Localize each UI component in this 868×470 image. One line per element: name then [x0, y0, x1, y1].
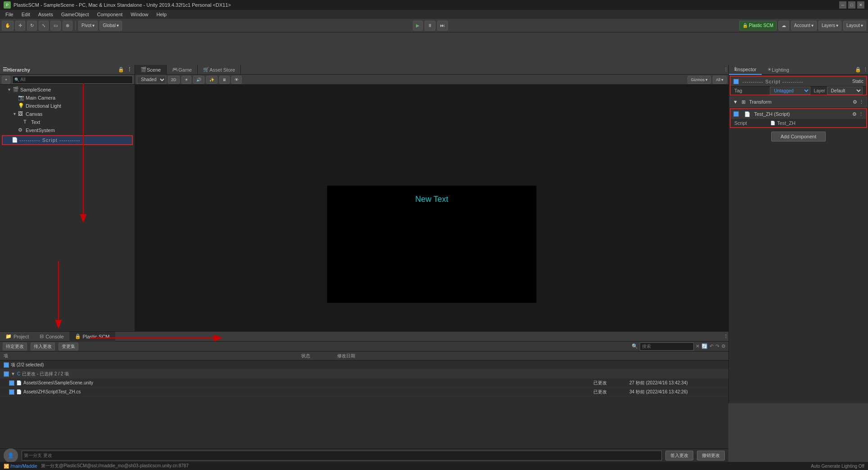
bottom-status-bar: 👤 签入更改 撤销更改 [0, 448, 728, 462]
hierarchy-item-samplescene[interactable]: ▼ 🎬 SampleScene [0, 86, 135, 94]
layers-dropdown[interactable]: Layers▾ [818, 21, 841, 31]
close-button[interactable]: ✕ [857, 1, 864, 9]
audio-toggle[interactable]: 🔊 [193, 76, 204, 84]
inspector-script-section: ---------- Script ---------- Static Tag … [730, 76, 867, 96]
bottom-panel: 📁 Project ⊟ Console 🔒 Plastic SCM ⋮ 待定更改… [0, 331, 728, 462]
move-tool-button[interactable]: ✛ [15, 21, 25, 31]
hierarchy-item-eventsystem[interactable]: ⚙ EventSystem [0, 126, 135, 134]
gizmos-dropdown[interactable]: Gizmos▾ [687, 76, 711, 84]
menu-component[interactable]: Component [93, 11, 126, 18]
hidden-toggle[interactable]: 👁 [231, 76, 242, 84]
table-row-2[interactable]: 📄 Assets\ZH\Script\Test_ZH.cs 已更改 34 秒前 … [0, 388, 728, 397]
layout-label: Layout [846, 23, 860, 28]
plastic-search-input[interactable] [640, 342, 694, 351]
tab-console[interactable]: ⊟ Console [34, 332, 69, 342]
inspector-lock-icon[interactable]: 🔒 [855, 67, 861, 73]
tab-asset-store[interactable]: 🛒 Asset Store [198, 65, 241, 75]
pending-changes-btn[interactable]: 待定更改 [3, 342, 27, 351]
commit-message-input[interactable] [24, 453, 660, 458]
plastic-search: 🔍 ✕ 🔄 ↶ ↷ ⚙ [632, 342, 726, 351]
tab-project[interactable]: 📁 Project [0, 332, 34, 342]
commit-input-container[interactable] [22, 451, 662, 461]
play-button[interactable]: ▶ [413, 21, 423, 31]
shading-dropdown[interactable]: Shaded [137, 76, 166, 84]
row1-checkbox[interactable] [9, 380, 14, 386]
effects-toggle[interactable]: ✨ [206, 76, 217, 84]
menu-window[interactable]: Window [127, 11, 152, 18]
menu-gameobject[interactable]: GameObject [58, 11, 93, 18]
script-icon: 📄 [12, 137, 18, 143]
redo-icon[interactable]: ↷ [715, 343, 719, 349]
checkin-button[interactable]: 签入更改 [665, 451, 693, 461]
scale-tool-button[interactable]: ⤡ [39, 21, 49, 31]
2d-button[interactable]: 2D [168, 76, 180, 84]
undo-icon[interactable]: ↶ [710, 343, 714, 349]
tag-dropdown[interactable]: Untagged [770, 87, 810, 95]
step-button[interactable]: ⏭ [437, 21, 448, 31]
layout-dropdown[interactable]: Layout▾ [843, 21, 866, 31]
console-tab-label: Console [45, 334, 63, 339]
hand-tool-button[interactable]: ✋ [2, 21, 14, 31]
row2-checkbox[interactable] [9, 389, 14, 395]
menu-assets[interactable]: Assets [35, 11, 57, 18]
incoming-changes-btn[interactable]: 传入更改 [31, 342, 55, 351]
refresh-icon[interactable]: 🔄 [701, 343, 708, 349]
window-controls[interactable]: ─ □ ✕ [839, 1, 864, 9]
hierarchy-item-directionallight[interactable]: 💡 Directional Light [0, 102, 135, 110]
bottom-more-icon[interactable]: ⋮ [723, 333, 728, 339]
undo-button[interactable]: 撤销更改 [697, 451, 725, 461]
scene-more-icon[interactable]: ⋮ [723, 67, 728, 73]
group-checkbox[interactable] [4, 371, 9, 377]
canvas-item-label: Canvas [26, 111, 42, 117]
menu-edit[interactable]: Edit [18, 11, 34, 18]
hierarchy-item-text[interactable]: T Text [0, 118, 135, 126]
transform-tool-button[interactable]: ⊕ [63, 21, 72, 31]
hierarchy-item-maincamera[interactable]: 📷 Main Camera [0, 94, 135, 102]
menu-file[interactable]: File [2, 11, 17, 18]
account-dropdown[interactable]: Account▾ [791, 21, 817, 31]
add-component-button[interactable]: Add Component [771, 132, 826, 141]
changesets-btn[interactable]: 变更集 [59, 342, 78, 351]
pause-button[interactable]: ⏸ [425, 21, 435, 31]
settings-icon[interactable]: ⚙ [721, 343, 726, 349]
tab-inspector[interactable]: ℹ Inspector [729, 65, 762, 75]
tab-scene[interactable]: 🎬 Scene [135, 65, 167, 75]
active-checkbox[interactable] [733, 79, 739, 84]
inspector-script-label: ---------- Script ---------- [742, 79, 804, 84]
app-icon: P [4, 1, 11, 9]
inspector-script-header: ---------- Script ---------- Static [731, 77, 866, 87]
tab-lighting[interactable]: ☀ Lighting [762, 65, 795, 75]
maximize-button[interactable]: □ [848, 1, 855, 9]
global-dropdown[interactable]: Global▾ [99, 21, 122, 31]
lighting-toggle[interactable]: ☀ [181, 76, 191, 84]
transform-settings-icon[interactable]: ⚙ [853, 99, 857, 105]
clear-search-icon[interactable]: ✕ [696, 343, 700, 349]
tab-game[interactable]: 🎮 Game [167, 65, 198, 75]
table-group-row[interactable]: ▼ C 已更改 - 已选择 2 / 2 项 [0, 370, 728, 379]
hierarchy-item-canvas[interactable]: ▼ 🖼 Canvas [0, 110, 135, 118]
tab-plastic-scm[interactable]: 🔒 Plastic SCM [69, 332, 115, 342]
hierarchy-add-button[interactable]: + [2, 76, 10, 84]
col-name-header: 项 [4, 353, 301, 359]
layer-dropdown[interactable]: Default [827, 87, 863, 95]
table-row-all[interactable]: 项 (2/2 selected) [0, 360, 728, 370]
minimize-button[interactable]: ─ [839, 1, 846, 9]
all-checkbox[interactable] [4, 362, 9, 368]
hierarchy-lock-icon[interactable]: 🔒 [118, 67, 124, 73]
menu-help[interactable]: Help [153, 11, 170, 18]
test-zh-checkbox[interactable] [733, 111, 739, 117]
test-zh-more-icon[interactable]: ⋮ [859, 111, 863, 117]
transform-more-icon[interactable]: ⋮ [859, 99, 864, 105]
inspector-more-icon[interactable]: ⋮ [863, 67, 868, 73]
all-dropdown[interactable]: All▾ [713, 76, 727, 84]
pivot-dropdown[interactable]: Pivot▾ [78, 21, 98, 31]
test-zh-settings-icon[interactable]: ⚙ [852, 111, 857, 117]
hierarchy-item-script[interactable]: 📄 ---------- Script ---------- [2, 135, 133, 145]
cloud-button[interactable]: ☁ [778, 21, 789, 31]
plastic-scm-button[interactable]: 🔒 Plastic SCM [739, 21, 777, 31]
hierarchy-more-icon[interactable]: ⋮ [127, 67, 132, 73]
table-row-1[interactable]: 📄 Assets\Scenes\SampleScene.unity 已更改 27… [0, 379, 728, 388]
rect-tool-button[interactable]: ▭ [50, 21, 61, 31]
render-toggle[interactable]: 🖥 [219, 76, 230, 84]
rotate-tool-button[interactable]: ↻ [27, 21, 37, 31]
